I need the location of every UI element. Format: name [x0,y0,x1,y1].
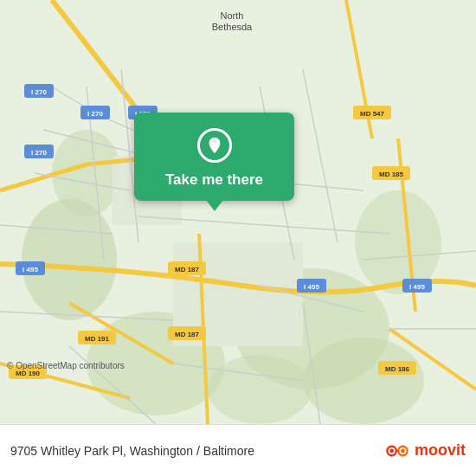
location-pin-icon [197,128,232,163]
svg-text:MD 191: MD 191 [85,335,110,343]
bottom-bar: 9705 Whitley Park Pl, Washington / Balti… [0,424,476,476]
svg-text:I 270: I 270 [31,88,47,96]
svg-text:MD 547: MD 547 [360,110,385,118]
svg-point-1 [22,199,117,320]
svg-text:MD 186: MD 186 [385,365,410,373]
svg-point-5 [208,355,312,424]
svg-point-7 [303,338,424,424]
svg-text:I 495: I 495 [23,266,38,273]
take-me-there-popup[interactable]: Take me there [134,113,294,201]
osm-attribution: © OpenStreetMap contributors [7,361,125,370]
svg-text:MD 187: MD 187 [175,266,200,273]
svg-point-71 [401,448,405,453]
popup-label: Take me there [165,171,263,189]
svg-text:I 495: I 495 [304,283,319,291]
address-text: 9705 Whitley Park Pl, Washington / Balti… [10,444,375,458]
moovit-brand-icon [383,437,411,465]
svg-text:MD 190: MD 190 [16,370,41,377]
moovit-logo[interactable]: moovit [383,437,466,465]
svg-text:I 495: I 495 [409,283,425,291]
moovit-name: moovit [415,441,466,460]
svg-text:MD 185: MD 185 [379,170,404,178]
svg-text:MD 187: MD 187 [175,331,200,338]
svg-text:I 270: I 270 [87,110,103,118]
svg-text:I 270: I 270 [31,149,47,157]
map-container: I 270 I 270 I 270 I 270 MD 547 MD 185 I … [0,0,476,424]
svg-point-70 [389,448,394,453]
svg-text:Bethesda: Bethesda [212,22,253,32]
svg-text:North: North [221,10,244,21]
